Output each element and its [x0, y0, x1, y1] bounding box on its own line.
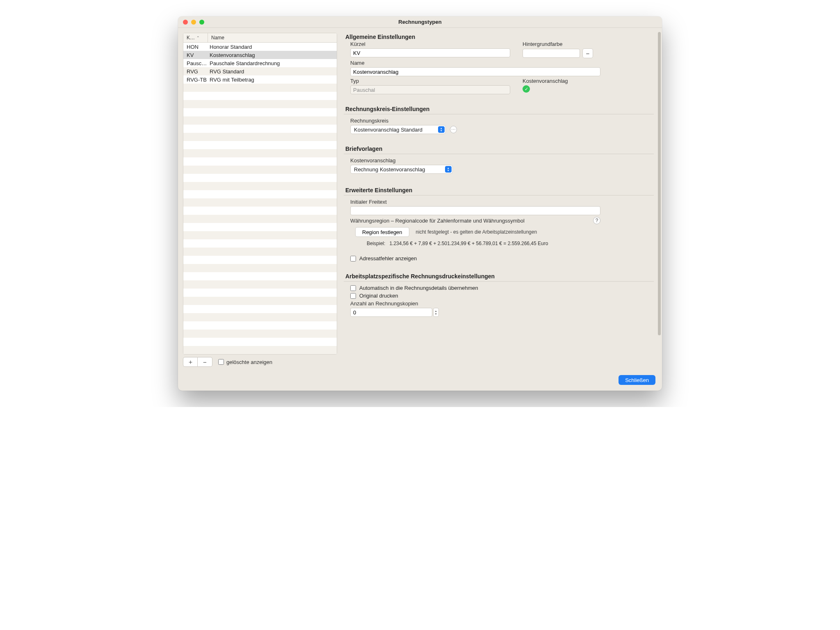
section-brief-title: Briefvorlagen: [344, 146, 654, 154]
table-row: [183, 100, 337, 108]
table-row[interactable]: KVKostenvoranschlag: [183, 51, 337, 59]
table-row: [183, 297, 337, 305]
help-button[interactable]: ?: [593, 217, 600, 224]
titlebar: Rechnungstypen: [178, 16, 662, 28]
table-row: [183, 248, 337, 256]
table-row: [183, 346, 337, 354]
close-window-button[interactable]: [183, 20, 188, 25]
auto-details-checkbox[interactable]: [350, 285, 356, 291]
name-input[interactable]: [350, 67, 600, 76]
kreis-select[interactable]: Kostenvoranschlag Standard ▴▾: [350, 125, 446, 134]
chevron-up-down-icon: ▴▾: [445, 166, 452, 173]
freetext-label: Initialer Freitext: [350, 199, 600, 205]
freetext-input[interactable]: [350, 206, 600, 215]
brief-select-value: Rechnung Kostenvoranschlag: [354, 166, 425, 173]
scrollbar[interactable]: [658, 32, 661, 335]
column-header-kurz[interactable]: K… ⌃: [183, 33, 208, 42]
list-toolbar: ＋ − gelöschte anzeigen: [183, 357, 337, 367]
content: K… ⌃ Name HONHonorar StandardKVKostenvor…: [178, 28, 662, 372]
region-label: Währungsregion – Regionalcode für Zahlen…: [350, 218, 525, 224]
traffic-lights: [183, 20, 204, 25]
brief-select[interactable]: Rechnung Kostenvoranschlag ▴▾: [350, 165, 453, 174]
region-example-label: Beispiel:: [367, 241, 385, 246]
cell-kurz: HON: [183, 44, 208, 50]
brief-label: Kostenvoranschlag: [350, 157, 457, 164]
name-label: Name: [350, 60, 600, 66]
cell-name: Kostenvoranschlag: [208, 52, 337, 58]
show-deleted-label: gelöschte anzeigen: [226, 359, 272, 365]
section-print-title: Arbeitsplatzspezifische Rechnungsdruckei…: [344, 273, 654, 282]
cell-name: Pauschale Standardrechnung: [208, 60, 337, 66]
region-example-value: 1.234,56 € + 7,89 € + 2.501.234,99 € + 5…: [389, 241, 548, 246]
kv-indicator-label: Kostenvoranschlag: [523, 78, 600, 84]
show-deleted-input[interactable]: [218, 359, 224, 365]
print-original-checkbox[interactable]: [350, 293, 356, 299]
column-header-name[interactable]: Name: [208, 33, 337, 42]
copies-stepper[interactable]: ▴▾: [350, 308, 439, 317]
bgcolor-clear-button[interactable]: −: [582, 48, 593, 58]
addr-errors-checkbox[interactable]: [350, 256, 356, 262]
window-title: Rechnungstypen: [398, 19, 441, 25]
table-row: [183, 157, 337, 166]
cell-name: RVG Standard: [208, 68, 337, 75]
table-row: [183, 321, 337, 330]
kreis-label: Rechnungskreis: [350, 118, 457, 124]
column-header-name-label: Name: [211, 35, 224, 41]
cell-kurz: Pausc…: [183, 60, 208, 66]
remove-button[interactable]: −: [198, 357, 212, 367]
cell-kurz: KV: [183, 52, 208, 58]
kuerzel-label: Kürzel: [350, 41, 510, 47]
sidebar: K… ⌃ Name HONHonorar StandardKVKostenvor…: [178, 28, 342, 372]
table-row: [183, 125, 337, 133]
typ-label: Typ: [350, 78, 510, 84]
section-kreis-title: Rechnungskreis-Einstellungen: [344, 106, 654, 114]
table-row: [183, 92, 337, 100]
table-row: [183, 133, 337, 141]
table-row: [183, 330, 337, 338]
kuerzel-input[interactable]: [350, 48, 510, 57]
chevron-up-down-icon: ▴▾: [438, 126, 445, 133]
add-button[interactable]: ＋: [183, 357, 198, 367]
minimize-window-button[interactable]: [191, 20, 196, 25]
table-row[interactable]: RVGRVG Standard: [183, 67, 337, 75]
table-row: [183, 207, 337, 215]
table-row: [183, 174, 337, 182]
region-set-button[interactable]: Region festlegen: [355, 227, 409, 237]
table-row: [183, 198, 337, 207]
close-button[interactable]: Schließen: [619, 375, 655, 385]
region-example: Beispiel: 1.234,56 € + 7,89 € + 2.501.23…: [367, 241, 600, 246]
kreis-more-button[interactable]: ⋯: [450, 126, 457, 133]
footer: Schließen: [178, 372, 662, 391]
copies-input[interactable]: [350, 308, 432, 317]
table-row: [183, 272, 337, 280]
table-row: [183, 313, 337, 321]
check-icon: ✓: [523, 85, 530, 93]
table-row[interactable]: HONHonorar Standard: [183, 43, 337, 51]
table-row: [183, 166, 337, 174]
list-body: HONHonorar StandardKVKostenvoranschlagPa…: [183, 43, 337, 354]
cell-name: Honorar Standard: [208, 44, 337, 50]
table-row[interactable]: Pausc…Pauschale Standardrechnung: [183, 59, 337, 67]
table-row: [183, 280, 337, 289]
column-header-kurz-label: K…: [187, 35, 195, 41]
table-row: [183, 289, 337, 297]
cell-kurz: RVG: [183, 68, 208, 75]
table-row: [183, 239, 337, 248]
table-row[interactable]: RVG-TBRVG mit Teilbetrag: [183, 75, 337, 84]
copies-label: Anzahl an Rechnungskopien: [350, 300, 439, 307]
show-deleted-checkbox[interactable]: gelöschte anzeigen: [218, 359, 272, 365]
table-row: [183, 116, 337, 125]
zoom-window-button[interactable]: [199, 20, 204, 25]
table-row: [183, 223, 337, 231]
type-list: K… ⌃ Name HONHonorar StandardKVKostenvor…: [183, 33, 337, 355]
typ-value: Pauschal: [350, 85, 510, 94]
bgcolor-input[interactable]: [523, 49, 580, 58]
stepper-arrows-icon[interactable]: ▴▾: [433, 308, 439, 317]
section-advanced-title: Erweiterte Einstellungen: [344, 187, 654, 196]
table-row: [183, 256, 337, 264]
auto-details-label: Automatisch in die Rechnungsdetails über…: [359, 285, 478, 291]
section-general-title: Allgemeine Einstellungen: [344, 34, 654, 40]
print-original-label: Original drucken: [359, 293, 398, 299]
table-row: [183, 231, 337, 239]
addr-errors-label: Adressatfehler anzeigen: [359, 255, 417, 262]
